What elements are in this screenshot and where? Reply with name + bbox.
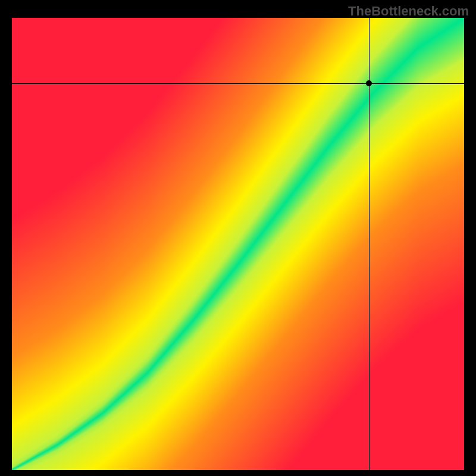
chart-container: TheBottleneck.com [0, 0, 476, 476]
selection-marker [366, 80, 372, 86]
heatmap-plot [12, 18, 464, 470]
crosshair-horizontal [12, 83, 464, 84]
watermark-text: TheBottleneck.com [348, 4, 469, 19]
heatmap-canvas [12, 18, 464, 470]
